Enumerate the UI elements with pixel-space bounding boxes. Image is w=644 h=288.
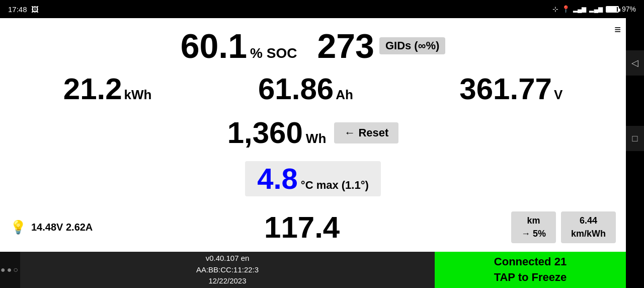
ah-group: 61.86 Ah xyxy=(258,74,353,104)
km-badge-2: 6.44 km/kWh xyxy=(561,211,616,243)
menu-button[interactable]: ≡ xyxy=(614,23,621,36)
wh-unit: Wh xyxy=(306,131,326,147)
wh-value: 1,360 xyxy=(227,118,303,148)
voltage-value: 361.77 xyxy=(459,74,552,104)
kwh-unit: kWh xyxy=(124,87,152,103)
temp-unit: °C max (1.1°) xyxy=(301,179,369,192)
soc-value: 60.1 xyxy=(181,29,247,63)
bluetooth-icon: ⊹ xyxy=(552,5,558,13)
km-value: 117.4 xyxy=(264,212,340,243)
data-area: 60.1 % SOC 273 GIDs (∞%) 21.2 kWh 61.86 … xyxy=(0,18,626,252)
kwh-value: 21.2 xyxy=(63,74,122,104)
light-icon: 💡 xyxy=(10,220,26,235)
nav-back-button[interactable]: ◁ xyxy=(626,50,644,76)
km-badge1-line1: km xyxy=(527,215,540,226)
soc-unit: % SOC xyxy=(250,45,297,61)
km-badges: km → 5% 6.44 km/kWh xyxy=(511,211,616,243)
km-badge2-line2: km/kWh xyxy=(571,229,606,239)
km-badge-1: km → 5% xyxy=(511,211,556,243)
km-badge1-line2: → 5% xyxy=(521,229,546,239)
home-icon: □ xyxy=(632,133,638,144)
gids-value: 273 xyxy=(317,29,374,63)
status-left: 17:48 🖼 xyxy=(8,5,39,14)
voltage-current-display: 14.48V 2.62A xyxy=(31,222,93,233)
row-wh-reset: 1,360 Wh ← Reset xyxy=(10,118,616,148)
battery-indicator xyxy=(606,6,619,13)
main-content: ≡ 60.1 % SOC 273 GIDs (∞%) 21.2 kWh 61.8… xyxy=(0,18,626,288)
status-right: ⊹ 📍 ▂▄▆ ▂▄▆ 97% xyxy=(552,5,636,13)
voltage-unit: V xyxy=(554,87,562,103)
row-km: 💡 14.48V 2.62A 117.4 km → 5% 6.44 km/kWh xyxy=(10,211,616,243)
row-soc-gids: 60.1 % SOC 273 GIDs (∞%) xyxy=(10,29,616,63)
ah-unit: Ah xyxy=(336,87,353,103)
temp-value: 4.8 xyxy=(257,164,298,193)
gids-group: 273 GIDs (∞%) xyxy=(317,29,445,63)
kwh-group: 21.2 kWh xyxy=(63,74,152,104)
hamburger-icon: ≡ xyxy=(614,23,621,36)
version-line2: AA:BB:CC:11:22:3 xyxy=(196,264,259,276)
row-temperature: 4.8 °C max (1.1°) xyxy=(10,161,616,196)
gids-badge: GIDs (∞%) xyxy=(379,37,445,54)
wh-group: 1,360 Wh xyxy=(227,118,327,148)
signal-icon2: ▂▄▆ xyxy=(589,6,603,13)
version-line1: v0.40.107 en xyxy=(206,253,250,264)
row-metrics: 21.2 kWh 61.86 Ah 361.77 V xyxy=(10,74,616,104)
connected-text: Connected 21TAP to Freeze xyxy=(494,254,567,285)
reset-button[interactable]: ← Reset xyxy=(334,122,398,143)
screenshot-icon: 🖼 xyxy=(31,5,39,14)
back-icon: ◁ xyxy=(631,57,638,68)
time-display: 17:48 xyxy=(8,5,27,14)
temp-container: 4.8 °C max (1.1°) xyxy=(245,161,381,196)
location-icon: 📍 xyxy=(561,5,570,13)
bottom-dots: ●●●○● xyxy=(0,252,20,288)
version-line3: 12/22/2023 xyxy=(208,275,246,287)
nav-home-button[interactable]: □ xyxy=(626,126,644,151)
bottom-version: v0.40.107 en AA:BB:CC:11:22:3 12/22/2023 xyxy=(20,252,435,288)
ah-value: 61.86 xyxy=(258,74,334,104)
bottom-bar: ●●●○● v0.40.107 en AA:BB:CC:11:22:3 12/2… xyxy=(0,252,626,288)
soc-group: 60.1 % SOC xyxy=(181,29,297,63)
voltage-current-text: 14.48V 2.62A xyxy=(31,222,93,233)
row5-left: 💡 14.48V 2.62A xyxy=(10,220,93,235)
connected-tap-freeze-button[interactable]: Connected 21TAP to Freeze xyxy=(435,252,626,288)
battery-percent: 97% xyxy=(622,5,636,13)
signal-icon1: ▂▄▆ xyxy=(573,6,587,13)
status-bar: 17:48 🖼 ⊹ 📍 ▂▄▆ ▂▄▆ 97% xyxy=(0,0,644,18)
km-badge2-line1: 6.44 xyxy=(580,215,597,226)
voltage-group: 361.77 V xyxy=(459,74,562,104)
